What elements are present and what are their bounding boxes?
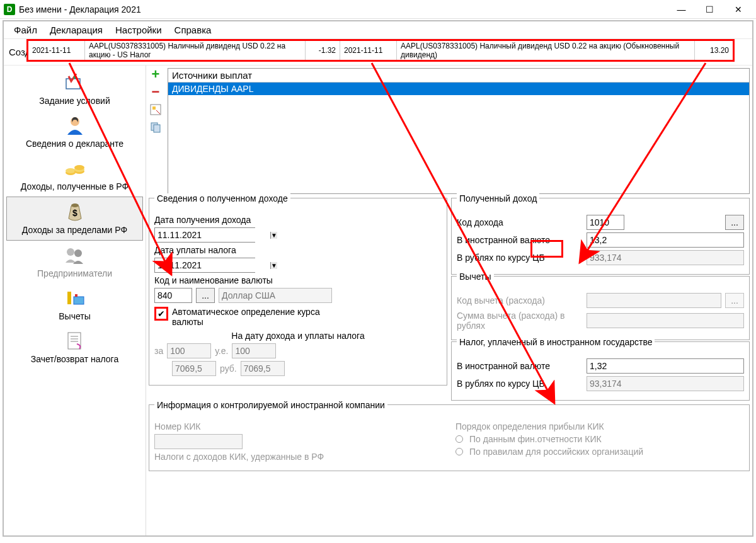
group-icon [63, 244, 87, 266]
foreign-amount-input[interactable] [587, 232, 744, 248]
sidebar-item-declarant[interactable]: Сведения о декларанте [4, 111, 146, 154]
group-title: Вычеты [457, 272, 494, 282]
deduct-browse[interactable]: ... [725, 293, 744, 308]
main-window: Файл Декларация Настройки Справка Создат… [3, 20, 753, 537]
sidebar-item-entrepreneurs[interactable]: Предприниматели [4, 241, 146, 283]
label-deduct-code: Код вычета (расхода) [457, 295, 583, 306]
svg-rect-16 [68, 333, 81, 349]
conditions-icon [63, 72, 87, 93]
cell-date2: 2021-11-11 [340, 41, 397, 60]
menu-declaration[interactable]: Декларация [45, 23, 108, 37]
sidebar-label: Вычеты [59, 311, 91, 321]
sidebar-label: Предприниматели [37, 268, 112, 278]
sidebar-label: Доходы, полученные в РФ [21, 181, 129, 191]
svg-point-6 [66, 168, 76, 173]
label-tax-foreign: В иностранной валюте [457, 361, 583, 371]
sidebar: Задание условий Сведения о декларанте До… [4, 66, 146, 535]
svg-point-4 [72, 120, 77, 125]
tax-foreign-input[interactable] [587, 358, 744, 374]
group-title: Сведения о полученном доходе [154, 193, 290, 203]
auto-rate-checkbox[interactable]: ✔ [154, 307, 168, 321]
kik-option-1: По данным фин.отчетности КИК [455, 434, 744, 444]
person-icon [63, 115, 87, 136]
income-code-browse[interactable]: ... [725, 215, 744, 230]
deductions-icon [63, 287, 87, 309]
ue-label: у.е. [215, 346, 228, 356]
svg-point-12 [67, 248, 74, 256]
rub1-input [172, 361, 216, 376]
cell-date1: 2021-11-11 [28, 41, 85, 60]
title-bar: D Без имени - Декларация 2021 — ☐ ✕ [0, 0, 756, 19]
auto-rate-checkbox-row[interactable]: ✔ Автоматическое определение курса валют… [154, 307, 442, 327]
copy-source-icon[interactable] [149, 121, 162, 134]
label-kik-order: Порядок определения прибыли КИК [455, 421, 604, 432]
label-currency: Код и наименование валюты [154, 275, 273, 285]
date-tax-input[interactable] [155, 258, 270, 272]
group-income-info: Сведения о полученном доходе Дата получе… [149, 198, 447, 386]
date-received-combo[interactable]: ▼ [154, 227, 255, 243]
currency-browse-button[interactable]: ... [196, 288, 215, 303]
sidebar-label: Зачет/возврат налога [31, 354, 118, 364]
label-deduct-sum: Сумма вычета (расхода) в рублях [457, 311, 583, 331]
auto-rate-label: Автоматическое определение курса валюты [172, 307, 336, 327]
rub-cb-input [587, 250, 744, 265]
menu-file[interactable]: Файл [9, 23, 42, 37]
kik-no-input [154, 434, 243, 449]
menu-help[interactable]: Справка [169, 23, 217, 37]
label-date-received: Дата получения дохода [154, 215, 251, 225]
label-tax-rub: В рублях по курсу ЦБ [457, 379, 583, 389]
svg-point-11 [71, 203, 79, 207]
dropdown-icon[interactable]: ▼ [270, 232, 277, 239]
cell-amount2: 13.20 [695, 41, 733, 60]
svg-rect-1 [74, 76, 76, 79]
group-foreign-tax: Налог, уплаченный в иностранном государс… [451, 341, 750, 401]
svg-point-9 [74, 165, 84, 170]
dropdown-icon[interactable]: ▼ [270, 262, 277, 269]
minimize-button[interactable]: — [667, 1, 696, 18]
currency-code-input[interactable] [154, 288, 192, 303]
currency-name-field [219, 288, 332, 303]
window-title: Без имени - Декларация 2021 [19, 4, 667, 14]
moneybag-icon: $ [63, 201, 87, 222]
group-title: Информация о контролируемой иностранной … [154, 400, 387, 410]
sidebar-label: Доходы за пределами РФ [22, 225, 127, 235]
group-kik: Информация о контролируемой иностранной … [149, 404, 750, 471]
svg-rect-0 [66, 79, 80, 89]
sidebar-item-income-rf[interactable]: Доходы, полученные в РФ [4, 154, 146, 197]
sidebar-item-refund[interactable]: Зачет/возврат налога [4, 326, 146, 369]
edit-source-icon[interactable] [149, 103, 162, 116]
sources-list[interactable]: ДИВИДЕНДЫ AAPL [168, 83, 749, 95]
income-code-input[interactable] [587, 215, 624, 230]
highlighted-data-row: 2021-11-11 AAPL(US0378331005) Наличный д… [26, 39, 735, 62]
maximize-button[interactable]: ☐ [696, 1, 724, 18]
menu-settings[interactable]: Настройки [110, 23, 167, 37]
remove-source-icon[interactable]: − [149, 86, 162, 98]
svg-rect-14 [74, 297, 84, 304]
group-title: Налог, уплаченный в иностранном государс… [457, 337, 655, 347]
sidebar-item-deductions[interactable]: Вычеты [4, 283, 146, 326]
source-row-selected[interactable]: ДИВИДЕНДЫ AAPL [168, 83, 749, 95]
svg-rect-15 [75, 294, 77, 297]
deduct-code-input [587, 293, 721, 308]
sidebar-item-income-foreign[interactable]: $ Доходы за пределами РФ [6, 197, 143, 241]
cell-desc2: AAPL(US0378331005) Наличный дивиденд USD… [397, 41, 695, 60]
cell-desc1: AAPL(US0378331005) Наличный дивиденд USD… [85, 41, 306, 60]
app-icon: D [4, 4, 15, 15]
label-date-tax: Дата уплаты налога [154, 245, 236, 255]
sidebar-label: Сведения о декларанте [26, 139, 123, 149]
content-area: Задание условий Сведения о декларанте До… [4, 66, 752, 535]
close-button[interactable]: ✕ [724, 1, 752, 18]
za-label: за [154, 346, 163, 356]
group-deductions: Вычеты Код вычета (расхода) ... Сумма вы… [451, 276, 750, 340]
date-received-input[interactable] [155, 228, 270, 242]
source-icon-column: + − [147, 68, 164, 134]
label-rub-cb: В рублях по курсу ЦБ [457, 253, 583, 263]
group-income-received: Полученный доход Код дохода ... В иностр… [451, 198, 750, 275]
date-tax-combo[interactable]: ▼ [154, 258, 255, 273]
main-pane: + − Источники выплат ДИВИДЕНДЫ AAPL Свед… [146, 66, 752, 535]
svg-point-13 [74, 249, 82, 257]
add-source-icon[interactable]: + [149, 68, 162, 81]
sidebar-label: Задание условий [39, 96, 110, 106]
sidebar-item-conditions[interactable]: Задание условий [4, 68, 146, 111]
document-icon [63, 330, 87, 352]
